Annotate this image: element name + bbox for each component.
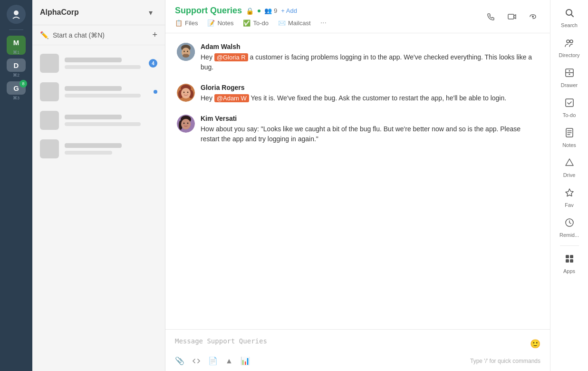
unread-badge: 4: [149, 59, 157, 68]
status-dot: [258, 10, 260, 12]
sidebar-item-drawer[interactable]: Drawer: [553, 64, 586, 92]
sidebar-item-drive[interactable]: Drive: [553, 154, 586, 182]
people-icon: 👥: [264, 7, 272, 14]
audio-btn[interactable]: [525, 9, 540, 24]
sidebar-header: AlphaCorp ▾: [32, 0, 165, 25]
notes-label: Notes: [562, 142, 576, 148]
message-group: Adam Walsh Hey @Gloria R a customer is f…: [177, 43, 539, 72]
reminders-label: Remid...: [559, 232, 579, 238]
avatar: [177, 115, 195, 133]
emoji-btn[interactable]: 🙂: [530, 339, 540, 349]
chat-header: Support Queries 🔒 👥 9 + Add 📋 Files 📝 No…: [165, 0, 550, 33]
chat-title-row: Support Queries 🔒 👥 9 + Add: [175, 6, 327, 16]
message-body: Kim Versati How about you say: "Looks li…: [201, 115, 539, 144]
chat-header-right: [483, 9, 540, 24]
drive-icon: [564, 157, 575, 170]
workspace-item-g[interactable]: G 8 ⌘3: [7, 81, 26, 100]
chat-name-placeholder: [65, 143, 122, 148]
message-body: Gloria Rogers Hey @Adam W Yes it is. We'…: [201, 84, 539, 103]
unread-dot: [154, 90, 157, 94]
sidebar-header-actions: ▾: [144, 6, 157, 19]
svg-point-27: [569, 70, 570, 72]
drive-btn[interactable]: ▲: [225, 357, 233, 365]
workspace-divider: [9, 29, 23, 30]
sidebar-item-apps[interactable]: Apps: [553, 250, 586, 278]
chart-btn[interactable]: 📊: [241, 356, 250, 365]
document-btn[interactable]: 📄: [208, 356, 218, 365]
tab-todo[interactable]: ✅ To-do: [243, 20, 269, 27]
search-label: Search: [561, 22, 578, 28]
fav-icon: [564, 187, 575, 200]
left-sidebar: AlphaCorp ▾ ✏️ Start a chat (⌘N) + 4: [32, 0, 165, 371]
fav-label: Fav: [565, 202, 573, 208]
voice-call-btn[interactable]: [483, 9, 499, 24]
svg-rect-34: [566, 259, 569, 263]
svg-point-15: [187, 92, 189, 93]
svg-point-7: [183, 51, 185, 52]
code-btn[interactable]: [192, 357, 201, 365]
avatar: [40, 54, 59, 73]
chat-item-content: [65, 86, 148, 98]
chat-name-placeholder: [65, 58, 122, 62]
messages-area: Adam Walsh Hey @Gloria R a customer is f…: [165, 33, 550, 329]
workspace-item-m[interactable]: M ⌘1: [7, 36, 26, 55]
avatar: [177, 43, 195, 61]
sidebar-item-todo[interactable]: To-do: [553, 94, 586, 122]
more-tabs-btn[interactable]: ···: [320, 19, 327, 27]
todo-icon: ✅: [243, 20, 251, 27]
chat-list: 4: [32, 45, 165, 371]
workspace-logo[interactable]: [7, 5, 26, 24]
sidebar-item-fav[interactable]: Fav: [553, 184, 586, 212]
notes-icon: 📝: [207, 20, 215, 27]
mention-adam: @Adam W: [214, 94, 249, 102]
attachment-btn[interactable]: 📎: [175, 356, 184, 365]
files-icon: 📋: [175, 20, 183, 27]
message-input-area: 🙂 📎 📄 ▲ 📊 Type '/' for quick commands: [165, 329, 550, 371]
chat-item-content: [65, 115, 157, 126]
svg-point-28: [569, 74, 570, 75]
tab-files[interactable]: 📋 Files: [175, 20, 198, 27]
chat-item[interactable]: 4: [32, 49, 165, 78]
sidebar-item-notes[interactable]: Notes: [553, 124, 586, 152]
avatar: [177, 84, 195, 102]
input-row: 🙂: [175, 335, 540, 352]
sender-name: Kim Versati: [201, 115, 539, 122]
message-input[interactable]: [175, 335, 530, 352]
workspace-bar: M ⌘1 D ⌘2 G 8 ⌘3: [0, 0, 32, 371]
pencil-icon: ✏️: [40, 31, 49, 39]
chat-header-left: Support Queries 🔒 👥 9 + Add 📋 Files 📝 No…: [175, 6, 327, 27]
svg-point-19: [181, 119, 191, 129]
chat-item[interactable]: [32, 135, 165, 163]
chat-item[interactable]: [32, 106, 165, 135]
svg-rect-26: [566, 72, 573, 73]
chat-item-content: [65, 58, 143, 69]
chat-msg-placeholder: [65, 151, 112, 155]
message-group: Gloria Rogers Hey @Adam W Yes it is. We'…: [177, 84, 539, 103]
drawer-icon: [564, 68, 575, 80]
sidebar-item-directory[interactable]: Directory: [553, 34, 586, 62]
directory-label: Directory: [559, 52, 579, 58]
message-text: How about you say: "Looks like we caught…: [201, 124, 539, 144]
video-call-btn[interactable]: [504, 9, 520, 24]
tab-notes[interactable]: 📝 Notes: [207, 20, 233, 27]
sidebar-item-reminders[interactable]: Remid...: [553, 214, 586, 242]
add-chat-icon[interactable]: +: [152, 30, 157, 40]
sender-name: Gloria Rogers: [201, 84, 539, 91]
svg-point-21: [187, 123, 189, 124]
svg-point-24: [570, 40, 573, 43]
add-members-link[interactable]: + Add: [281, 7, 297, 14]
svg-rect-32: [566, 255, 569, 258]
drawer-label: Drawer: [561, 82, 578, 88]
message-body: Adam Walsh Hey @Gloria R a customer is f…: [201, 43, 539, 72]
todo-icon: [564, 98, 575, 110]
message-group: Kim Versati How about you say: "Looks li…: [177, 115, 539, 144]
start-chat-row[interactable]: ✏️ Start a chat (⌘N) +: [32, 25, 165, 45]
svg-rect-35: [570, 259, 573, 263]
sidebar-item-search[interactable]: Search: [553, 4, 586, 32]
chat-tabs: 📋 Files 📝 Notes ✅ To-do ✉️ Mailcast ···: [175, 19, 327, 27]
tab-mailcast[interactable]: ✉️ Mailcast: [278, 20, 311, 27]
dropdown-btn[interactable]: ▾: [144, 6, 157, 19]
workspace-item-d[interactable]: D ⌘2: [7, 59, 26, 78]
chat-item[interactable]: [32, 78, 165, 106]
svg-rect-33: [570, 255, 573, 258]
